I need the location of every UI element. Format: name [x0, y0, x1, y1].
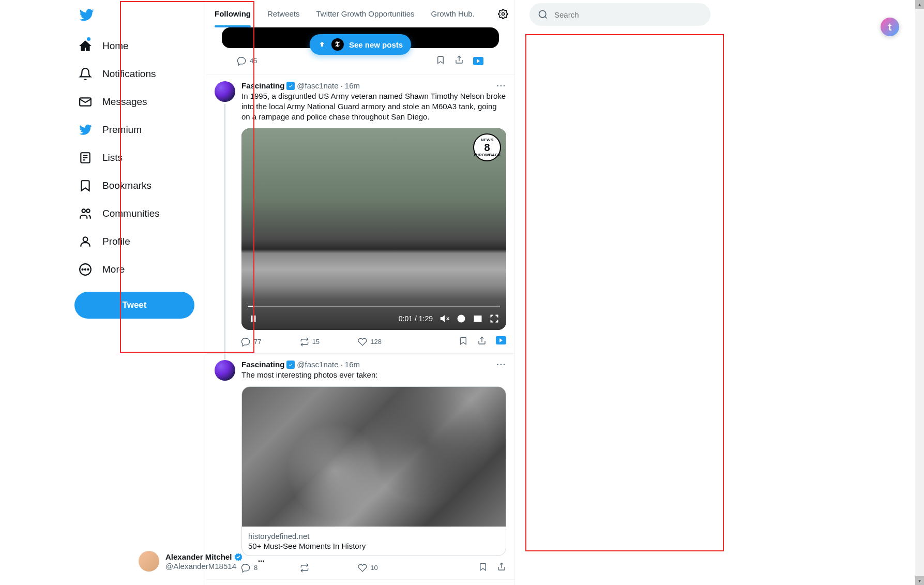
bookmark-action-icon[interactable]	[459, 336, 468, 347]
scroll-down-arrow[interactable]: ▾	[915, 576, 924, 585]
tweet-time[interactable]: 16m	[345, 81, 360, 90]
video-controls: 0:01 / 1:29	[241, 307, 506, 330]
search-input[interactable]	[554, 10, 702, 19]
bell-icon	[79, 67, 92, 81]
account-switcher[interactable]: Alexander Mitchel @AlexanderM18514 ···	[134, 547, 269, 576]
timeline-settings-icon[interactable]	[498, 9, 508, 19]
bookmark-action-icon[interactable]	[436, 55, 445, 66]
tab-label: Twitter Growth Opportunities	[316, 9, 415, 18]
nav-notifications[interactable]: Notifications	[72, 60, 202, 88]
tab-retweets[interactable]: Retweets	[259, 0, 308, 27]
tweet-actions: 77 15 128	[241, 336, 506, 347]
more-circle-icon	[79, 263, 92, 276]
nav-label: Home	[102, 40, 129, 52]
separator-dot: ·	[341, 81, 343, 90]
svg-rect-14	[254, 316, 256, 322]
video-settings-icon[interactable]	[457, 314, 466, 323]
author-name[interactable]: Fascinating	[241, 360, 284, 369]
video-time: 0:01 / 1:29	[399, 314, 433, 323]
nav-more[interactable]: More	[72, 256, 202, 283]
news-watermark: NEWS 8 THROWBACK	[473, 133, 501, 161]
svg-rect-13	[251, 316, 253, 322]
like-action[interactable]: 128	[358, 337, 416, 347]
like-action[interactable]: 10	[358, 563, 416, 573]
nav-home[interactable]: Home	[72, 32, 202, 60]
video-indicator-icon[interactable]	[473, 57, 483, 65]
arrow-up-icon	[318, 40, 326, 49]
retweet-action[interactable]	[300, 563, 358, 573]
search-box[interactable]	[529, 3, 710, 26]
tweet[interactable]: Fascinating @fasc1nate · 16m ··· In 1995…	[206, 74, 514, 353]
reply-action[interactable]: 45	[237, 56, 257, 66]
extension-icon[interactable]: t	[881, 18, 899, 36]
svg-point-5	[82, 209, 86, 213]
nav-communities[interactable]: Communities	[72, 200, 202, 228]
nav-bookmarks[interactable]: Bookmarks	[72, 172, 202, 200]
retweet-action[interactable]: 15	[300, 337, 358, 347]
svg-point-10	[85, 269, 86, 270]
home-notification-dot	[87, 37, 90, 41]
bookmark-action-icon[interactable]	[478, 562, 488, 573]
share-action-icon[interactable]	[455, 55, 464, 66]
twitter-bird-icon	[79, 123, 92, 137]
fullscreen-icon[interactable]	[490, 314, 499, 323]
tweet-button[interactable]: Tweet	[74, 292, 194, 319]
tweet-more-icon[interactable]: ···	[496, 81, 506, 90]
svg-point-19	[539, 11, 546, 18]
svg-point-7	[83, 237, 88, 242]
sidebar-nav: Home Notifications Messages Premium List…	[67, 0, 202, 585]
scroll-up-arrow[interactable]: ▴	[915, 0, 924, 9]
link-card[interactable]: historydefined.net 50+ Must-See Moments …	[241, 386, 506, 556]
author-handle[interactable]: @fasc1nate	[297, 81, 338, 90]
verified-badge-icon	[286, 82, 295, 90]
svg-rect-18	[478, 318, 480, 320]
video-indicator-icon[interactable]	[496, 336, 506, 344]
nav-messages[interactable]: Messages	[72, 88, 202, 116]
tab-growth-hub[interactable]: Growth Hub.	[423, 0, 483, 27]
pause-icon[interactable]	[249, 314, 258, 323]
author-avatar[interactable]	[215, 360, 235, 381]
tweet-more-icon[interactable]: ···	[496, 360, 506, 369]
tab-label: Following	[215, 9, 251, 18]
tab-label: Retweets	[267, 9, 300, 18]
thread-connector	[224, 104, 225, 359]
account-handle: @AlexanderM18514	[165, 562, 252, 571]
nav-label: Lists	[102, 152, 123, 163]
nav-premium[interactable]: Premium	[72, 116, 202, 144]
annotation-box-right	[525, 34, 724, 551]
author-avatar[interactable]	[215, 81, 235, 102]
bookmark-icon	[79, 179, 92, 192]
nav-profile[interactable]: Profile	[72, 228, 202, 256]
share-action-icon[interactable]	[497, 562, 506, 573]
nav-label: Bookmarks	[102, 180, 152, 191]
home-icon	[79, 39, 92, 53]
pill-avatar: 𝕿	[331, 38, 344, 51]
account-name: Alexander Mitchel	[165, 552, 232, 561]
svg-point-12	[502, 12, 505, 15]
nav-label: Notifications	[102, 68, 156, 80]
tweet[interactable]: Fascinating @fasc1nate · 16m ··· The mos…	[206, 353, 514, 579]
verified-badge-icon	[234, 552, 243, 562]
tab-following[interactable]: Following	[206, 0, 259, 27]
tab-growth-opps[interactable]: Twitter Growth Opportunities	[308, 0, 423, 27]
pip-icon[interactable]	[473, 314, 482, 323]
account-more-icon[interactable]: ···	[258, 557, 265, 566]
author-name[interactable]: Fascinating	[241, 81, 284, 90]
main-timeline: Following Retweets Twitter Growth Opport…	[206, 0, 515, 585]
separator-dot: ·	[341, 360, 343, 369]
vertical-scrollbar[interactable]: ▴ ▾	[915, 0, 924, 585]
mute-icon[interactable]	[440, 314, 449, 323]
author-handle[interactable]: @fasc1nate	[297, 360, 338, 369]
reply-action[interactable]: 77	[241, 337, 300, 347]
new-posts-pill[interactable]: 𝕿 See new posts	[310, 34, 411, 55]
twitter-logo[interactable]	[72, 2, 202, 32]
share-action-icon[interactable]	[477, 336, 487, 347]
tweet-time[interactable]: 16m	[345, 360, 360, 369]
tweet[interactable]: Daniel Nguyen @daniel_nguyenx · 17m ···	[206, 579, 514, 585]
card-title: 50+ Must-See Moments In History	[248, 542, 499, 550]
nav-label: Communities	[102, 208, 160, 219]
tweet-video[interactable]: NEWS 8 THROWBACK 0:01 / 1:29	[241, 128, 506, 330]
nav-lists[interactable]: Lists	[72, 144, 202, 172]
svg-point-6	[86, 209, 90, 213]
search-icon	[538, 9, 548, 20]
